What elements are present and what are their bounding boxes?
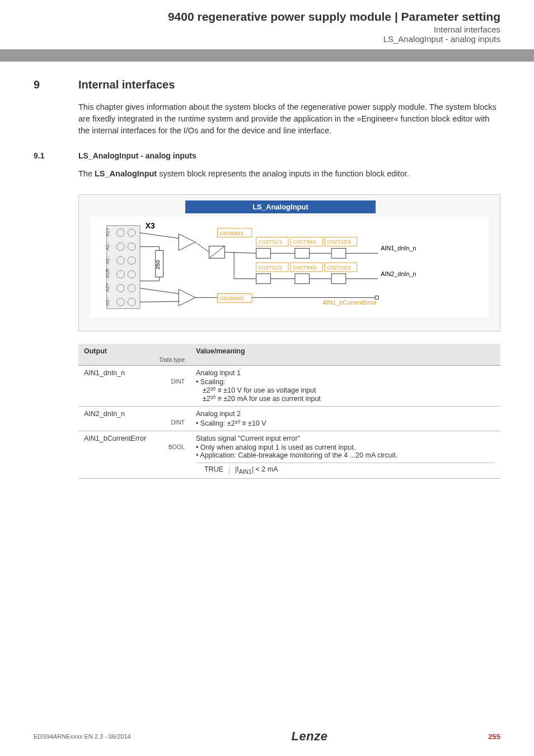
header-subtitle-1: Internal interfaces (34, 25, 500, 34)
diagram-title-bar: LS_AnalogInput (185, 200, 376, 213)
section-body: This chapter gives information about the… (78, 101, 500, 137)
svg-rect-0 (107, 226, 140, 309)
svg-text:A1-: A1- (105, 256, 110, 264)
svg-rect-50 (256, 274, 271, 284)
row-dtype: DINT (84, 378, 185, 385)
row-dtype: BOOL (84, 444, 185, 450)
svg-text:A2-: A2- (105, 298, 110, 306)
row-name: AIN1_bCurrentError (84, 435, 146, 442)
row-name: AIN2_dnIn_n (84, 410, 125, 418)
inner-key: TRUE (196, 465, 229, 475)
row-bullet: Only when analog input 1 is used as curr… (196, 444, 495, 451)
resistor-label: 250 (154, 260, 161, 269)
page-content: 9 Internal interfaces This chapter gives… (0, 62, 534, 479)
diagram-container: LS_AnalogInput X3 A1+ A1- A1- A1R A2+ A2… (78, 194, 500, 332)
row-dtype: DINT (84, 419, 185, 426)
svg-text:C02732/1: C02732/1 (327, 239, 351, 245)
inner-val: |IAIN1| < 2 mA (229, 465, 278, 475)
th-value: Value/meaning (190, 344, 500, 366)
svg-line-25 (140, 301, 179, 302)
subsection-body: The LS_AnalogInput system block represen… (78, 168, 500, 180)
output-table: Output Data type Value/meaning AIN1_dnIn… (78, 344, 500, 479)
svg-rect-62 (375, 296, 378, 299)
section-title: Internal interfaces (78, 78, 175, 91)
footer-docid: EDS94ARNExxxx EN 2.3 - 06/2014 (34, 733, 131, 740)
svg-line-40 (224, 252, 256, 253)
page-header: 9400 regenerative power supply module | … (0, 0, 534, 49)
body-bold: LS_AnalogInput (95, 169, 157, 178)
section-number: 9 (34, 78, 78, 91)
row-name: AIN1_dnIn_n (84, 369, 125, 377)
svg-text:C02730/2: C02730/2 (293, 264, 317, 270)
svg-text:A1R: A1R (105, 269, 110, 278)
table-row: AIN1_dnIn_n DINT Analog input 1 Scaling:… (78, 366, 500, 407)
subsection-number: 9.1 (34, 151, 78, 160)
body-post: system block represents the analog input… (157, 169, 409, 178)
svg-rect-38 (331, 248, 346, 258)
page-footer: EDS94ARNExxxx EN 2.3 - 06/2014 Lenze 255 (0, 729, 534, 744)
row-title: Analog input 1 (196, 369, 241, 377)
row-bullet: Application: Cable-breakage monitoring o… (196, 451, 495, 459)
row-title: Status signal "Current input error" (196, 435, 300, 442)
table-row: AIN2_dnIn_n DINT Analog input 2 Scaling:… (78, 407, 500, 431)
subsection-title: LS_AnalogInput - analog inputs (78, 151, 196, 160)
svg-text:C02800/1: C02800/1 (219, 230, 243, 236)
th-output: Output Data type (78, 344, 190, 366)
svg-line-24 (140, 233, 179, 239)
svg-text:C02800/2: C02800/2 (219, 295, 243, 301)
output-2: AIN2_dnIn_n (381, 270, 416, 277)
svg-text:C02730/1: C02730/1 (293, 239, 317, 245)
svg-rect-52 (331, 274, 346, 284)
subsection-heading: 9.1 LS_AnalogInput - analog inputs (34, 151, 500, 160)
row-bullet: Scaling: ±2³⁰ ≡ ±10 V (196, 419, 495, 427)
inner-row: TRUE |IAIN1| < 2 mA (196, 463, 495, 475)
header-subtitle-2: LS_AnalogInput - analog inputs (34, 34, 500, 44)
svg-text:C02731/1: C02731/1 (259, 239, 283, 245)
svg-rect-51 (295, 274, 310, 284)
table-row: AIN1_bCurrentError BOOL Status signal "C… (78, 431, 500, 479)
svg-text:A1-: A1- (105, 243, 110, 251)
body-pre: The (78, 169, 95, 178)
output-3: AIN1_bCurrentError (322, 299, 377, 306)
output-1: AIN1_dnIn_n (381, 245, 416, 251)
terminal-label: X3 (146, 221, 155, 230)
svg-text:C02732/2: C02732/2 (327, 264, 351, 270)
header-title: 9400 regenerative power supply module | … (34, 10, 500, 24)
row-bullet: Scaling: ±2³⁰ ≡ ±10 V for use as voltage… (196, 378, 495, 403)
svg-text:A1+: A1+ (105, 228, 110, 237)
svg-text:A2+: A2+ (105, 283, 110, 292)
header-rule (0, 49, 534, 62)
svg-rect-37 (295, 248, 310, 258)
svg-line-39 (195, 242, 209, 253)
svg-text:C02731/2: C02731/2 (259, 264, 283, 270)
footer-logo: Lenze (292, 729, 328, 744)
section-heading: 9 Internal interfaces (34, 78, 500, 91)
svg-line-26 (140, 288, 179, 294)
block-diagram: X3 A1+ A1- A1- A1R A2+ A2- 250 (90, 217, 489, 318)
row-title: Analog input 2 (196, 410, 241, 418)
svg-rect-36 (256, 248, 271, 258)
footer-page-number: 255 (488, 732, 500, 741)
